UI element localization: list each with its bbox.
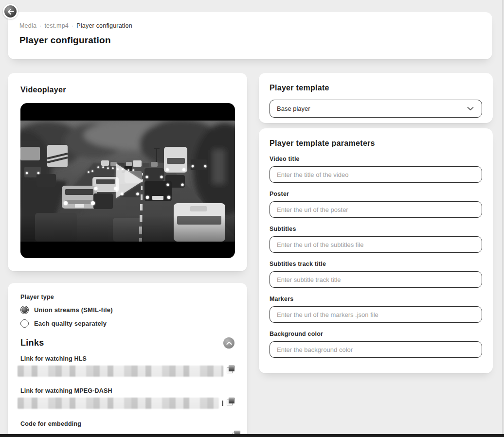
breadcrumb-separator: · bbox=[39, 22, 41, 29]
field-video-title: Video title bbox=[270, 156, 482, 183]
background-color-input[interactable] bbox=[270, 341, 482, 358]
play-icon[interactable] bbox=[116, 163, 143, 198]
link-hls-label: Link for watching HLS bbox=[20, 355, 234, 362]
link-hls-value-blurred bbox=[18, 366, 223, 377]
links-heading: Links bbox=[20, 338, 44, 348]
field-label: Subtitles bbox=[270, 226, 482, 232]
poster-input[interactable] bbox=[270, 201, 482, 218]
breadcrumb-file[interactable]: test.mp4 bbox=[44, 22, 69, 29]
field-poster: Poster bbox=[270, 191, 482, 218]
page-header: Media·test.mp4·Player configuration Play… bbox=[8, 12, 492, 59]
page-title: Player configuration bbox=[19, 35, 481, 46]
breadcrumb-media[interactable]: Media bbox=[19, 22, 36, 29]
embed-code-label: Code for embedding bbox=[20, 420, 234, 427]
video-title-input[interactable] bbox=[270, 166, 482, 183]
field-subtitles-track-title: Subtitles track title bbox=[270, 261, 482, 288]
breadcrumb-separator: · bbox=[72, 22, 73, 29]
window-bottom-edge bbox=[0, 434, 504, 437]
field-background-color: Background color bbox=[270, 331, 482, 358]
radio-button[interactable] bbox=[20, 319, 29, 328]
player-template-card: Player template Base player bbox=[259, 73, 493, 123]
radio-label: Each quality separately bbox=[34, 320, 107, 327]
link-dash-label: Link for watching MPEG-DASH bbox=[20, 387, 234, 394]
player-configuration-page: Media·test.mp4·Player configuration Play… bbox=[0, 0, 504, 437]
radio-union-streams[interactable]: Union streams (SMIL-file) bbox=[20, 306, 234, 314]
copy-icon[interactable] bbox=[227, 366, 234, 373]
link-dash-block: Link for watching MPEG-DASH bbox=[20, 387, 234, 409]
player-template-heading: Player template bbox=[270, 84, 482, 92]
player-type-label: Player type bbox=[20, 294, 234, 300]
copy-icon[interactable] bbox=[227, 398, 234, 405]
chevron-up-icon bbox=[226, 341, 232, 345]
player-type-card: Player type Union streams (SMIL-file) Ea… bbox=[8, 283, 247, 437]
radio-each-quality[interactable]: Each quality separately bbox=[20, 319, 234, 328]
field-subtitles: Subtitles bbox=[270, 226, 482, 253]
breadcrumb-current: Player configuration bbox=[76, 22, 132, 29]
field-label: Subtitles track title bbox=[270, 261, 482, 267]
field-label: Background color bbox=[270, 331, 482, 337]
radio-label: Union streams (SMIL-file) bbox=[34, 306, 113, 314]
videoplayer-heading: Videoplayer bbox=[20, 86, 234, 94]
arrow-left-icon bbox=[7, 9, 14, 15]
player-template-parameters-card: Player template parameters Video title P… bbox=[259, 128, 493, 373]
scrollbar[interactable] bbox=[502, 0, 504, 437]
cursor-tick bbox=[222, 401, 223, 406]
radio-button-selected[interactable] bbox=[20, 306, 29, 314]
subtitles-input[interactable] bbox=[270, 236, 482, 253]
link-dash-value-blurred bbox=[18, 398, 219, 409]
field-label: Poster bbox=[270, 191, 482, 197]
markers-input[interactable] bbox=[270, 306, 482, 323]
field-label: Video title bbox=[270, 156, 482, 162]
subtitles-track-title-input[interactable] bbox=[270, 271, 482, 288]
video-player[interactable] bbox=[20, 103, 235, 258]
field-label: Markers bbox=[270, 296, 482, 302]
field-markers: Markers bbox=[270, 296, 482, 323]
breadcrumb: Media·test.mp4·Player configuration bbox=[19, 22, 481, 29]
videoplayer-card: Videoplayer bbox=[8, 73, 247, 271]
chevron-down-icon bbox=[467, 106, 474, 111]
player-template-select[interactable]: Base player bbox=[270, 100, 482, 118]
parameters-heading: Player template parameters bbox=[270, 139, 482, 148]
collapse-links-button[interactable] bbox=[223, 337, 234, 349]
links-header: Links bbox=[20, 337, 234, 349]
link-hls-block: Link for watching HLS bbox=[20, 355, 234, 377]
select-value: Base player bbox=[277, 105, 310, 112]
back-button[interactable] bbox=[3, 4, 18, 19]
